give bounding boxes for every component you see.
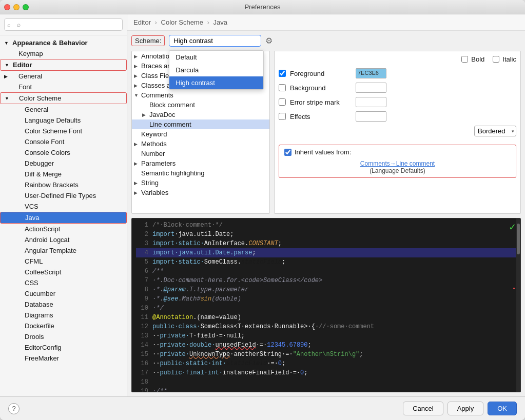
dropdown-option-darcula[interactable]: Darcula [169, 64, 263, 76]
sidebar-item-vcs[interactable]: VCS [0, 201, 127, 212]
sidebar-item-diagrams[interactable]: Diagrams [0, 310, 127, 321]
right-panel: Editor › Color Scheme › Java Scheme: Def… [127, 14, 525, 396]
line-number: 6 [136, 267, 148, 276]
arrow-icon: ▶ [134, 161, 139, 166]
line-number: 2 [136, 230, 148, 239]
cancel-button[interactable]: Cancel [403, 402, 443, 415]
sidebar-item-general[interactable]: ▶ General [0, 71, 127, 82]
tree-node-keyword[interactable]: Keyword [132, 129, 269, 139]
tree-node-block-comment[interactable]: Block comment [132, 100, 269, 110]
search-bar: ⌕ [0, 14, 127, 35]
sidebar-item-debugger[interactable]: Debugger [0, 158, 127, 169]
sidebar-item-user-defined[interactable]: User-Defined File Types [0, 190, 127, 201]
search-input[interactable] [4, 18, 123, 31]
ok-button[interactable]: OK [488, 402, 517, 415]
scheme-dropdown[interactable]: Default Darcula High contrast [169, 35, 261, 47]
sidebar-item-css[interactable]: CSS [0, 277, 127, 288]
inherit-checkbox[interactable] [284, 149, 291, 156]
sidebar-item-editorconfig[interactable]: EditorConfig [0, 342, 127, 353]
scrollbar-track[interactable] [516, 218, 520, 392]
tree-node-methods[interactable]: ▶ Methods [132, 139, 269, 149]
effect-type-select[interactable]: Bordered [474, 126, 516, 136]
sidebar-item-android-logcat[interactable]: Android Logcat [0, 234, 127, 245]
sidebar-item-label: Java [13, 214, 126, 222]
error-stripe-color-swatch[interactable] [356, 97, 386, 107]
error-stripe-label: Error stripe mark [290, 98, 352, 106]
sidebar-item-console-font[interactable]: Console Font [0, 136, 127, 147]
sidebar-item-drools[interactable]: Drools [0, 331, 127, 342]
sidebar-item-label: Font [12, 83, 127, 91]
tree-node-label: Parameters [141, 159, 176, 167]
italic-checkbox[interactable] [493, 56, 499, 63]
sidebar-item-database[interactable]: Database [0, 299, 127, 310]
dropdown-option-high-contrast[interactable]: High contrast [169, 76, 263, 89]
dropdown-option-default[interactable]: Default [169, 51, 263, 64]
sidebar-item-label: User-Defined File Types [12, 192, 127, 199]
sidebar-item-freemarker[interactable]: FreeMarker [0, 353, 127, 364]
sidebar-item-actionscript[interactable]: ActionScript [0, 224, 127, 234]
sidebar-item-dockerfile[interactable]: Dockerfile [0, 321, 127, 331]
sidebar-tree: ▼ Appearance & Behavior Keymap ▼ Editor … [0, 35, 127, 396]
sidebar-item-cs-general[interactable]: General [0, 104, 127, 115]
tree-node-variables[interactable]: ▶ Variables [132, 188, 269, 197]
tree-node-parameters[interactable]: ▶ Parameters [132, 158, 269, 168]
apply-button[interactable]: Apply [448, 402, 484, 415]
search-icon: ⌕ [7, 22, 11, 28]
scrollbar-thumb[interactable] [517, 224, 520, 254]
sidebar-item-java[interactable]: Java [0, 212, 127, 224]
sidebar-item-label: General [12, 72, 127, 80]
code-content: import·static·SomeClass.staticField; [152, 257, 516, 267]
inherit-link[interactable]: Comments→Line comment [360, 160, 435, 167]
foreground-checkbox[interactable] [279, 70, 286, 77]
close-button[interactable] [4, 4, 10, 10]
tree-node-comments[interactable]: ▼ Comments [132, 90, 269, 100]
sidebar-item-label: Diagrams [12, 311, 127, 319]
sidebar-item-color-scheme[interactable]: ▼ Color Scheme [0, 92, 127, 104]
tree-node-javadoc[interactable]: ▶ JavaDoc [132, 110, 269, 119]
line-number: 16 [136, 359, 148, 368]
sidebar-item-keymap[interactable]: Keymap [0, 48, 127, 59]
sidebar-item-editor[interactable]: ▼ Editor [0, 59, 127, 71]
sidebar-item-rainbow[interactable]: Rainbow Brackets [0, 179, 127, 190]
bold-checkbox[interactable] [461, 56, 468, 63]
foreground-row: Foreground 7EC3E6 [279, 68, 516, 78]
tree-node-string[interactable]: ▶ String [132, 178, 269, 188]
sidebar-item-diff-merge[interactable]: Diff & Merge [0, 169, 127, 179]
sidebar-item-lang-defaults[interactable]: Language Defaults [0, 115, 127, 126]
sidebar-item-angular[interactable]: Angular Template [0, 245, 127, 256]
background-checkbox[interactable] [279, 84, 286, 91]
breadcrumb-sep2: › [207, 18, 209, 26]
sidebar-item-cs-font[interactable]: Color Scheme Font [0, 126, 127, 136]
line-number: 3 [136, 239, 148, 248]
effects-color-swatch[interactable] [356, 111, 386, 122]
gear-button[interactable]: ⚙ [265, 36, 273, 46]
tree-node-semantic[interactable]: Semantic highlighting [132, 168, 269, 178]
code-line-1: 1 /*·Block·comment·*/ [136, 221, 516, 230]
maximize-button[interactable] [23, 4, 29, 10]
minimize-button[interactable] [13, 4, 20, 10]
background-color-swatch[interactable] [356, 83, 386, 93]
sidebar-item-coffeescript[interactable]: CoffeeScript [0, 267, 127, 277]
scheme-label: Scheme: [131, 35, 165, 46]
italic-checkbox-row: Italic [493, 55, 516, 63]
error-stripe-checkbox[interactable] [279, 98, 286, 106]
tree-node-number[interactable]: Number [132, 149, 269, 158]
sidebar-item-label: Android Logcat [12, 236, 127, 244]
sidebar-item-console-colors[interactable]: Console Colors [0, 147, 127, 158]
code-line-4: 4 import·java.util.Date.parse; [136, 248, 516, 257]
sidebar-item-label: Editor [13, 61, 126, 69]
sidebar-item-font[interactable]: Font [0, 82, 127, 92]
code-content: ··public·static·int·staticField·=·0; [152, 359, 516, 368]
search-wrapper: ⌕ [4, 18, 123, 31]
code-content: ··private·UnknownType·anotherString·=·"A… [152, 350, 516, 359]
sidebar-item-cfml[interactable]: CFML [0, 256, 127, 267]
help-button[interactable]: ? [8, 403, 20, 414]
foreground-color-swatch[interactable]: 7EC3E6 [356, 68, 386, 78]
arrow-icon: ▶ [142, 112, 147, 117]
sidebar-item-appearance[interactable]: ▼ Appearance & Behavior [0, 37, 127, 48]
effects-checkbox[interactable] [279, 113, 286, 120]
code-line-9: 9 ·*.@see.Math#sin(double) [136, 294, 516, 304]
sidebar-item-label: Diff & Merge [12, 170, 127, 178]
tree-node-line-comment[interactable]: Line comment [132, 119, 269, 129]
sidebar-item-cucumber[interactable]: Cucumber [0, 288, 127, 299]
